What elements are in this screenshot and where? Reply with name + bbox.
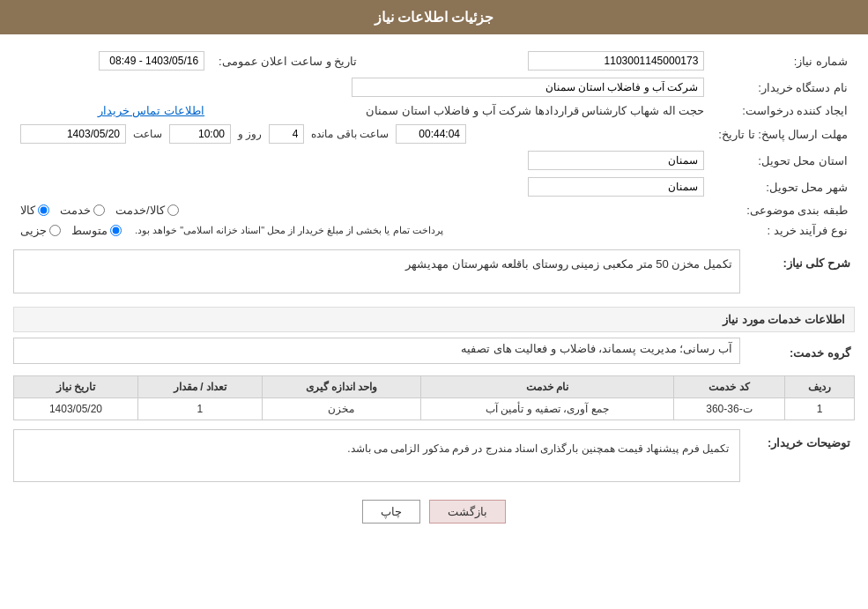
deadline-days-input[interactable] xyxy=(269,124,304,144)
category-kala-label[interactable]: کالا xyxy=(20,204,49,217)
need-description-box: تکمیل مخزن 50 متر مکعبی زمینی روستای باق… xyxy=(13,249,740,293)
need-description-label: شرح کلی نیاز: xyxy=(740,249,855,298)
buyer-notes-box: تکمیل فرم پیشنهاد قیمت همچنین بارگذاری ا… xyxy=(13,429,740,482)
main-content: شماره نیاز: تاریخ و ساعت اعلان عمومی: نا… xyxy=(0,34,868,554)
group-service-text: آب رسانی؛ مدیریت پسماند، فاضلاب و فعالیت… xyxy=(461,342,732,355)
announcement-datetime-value xyxy=(13,48,211,74)
services-title: اطلاعات خدمات مورد نیاز xyxy=(723,313,845,326)
services-table-head: ردیف کد خدمت نام خدمت واحد اندازه گیری ت… xyxy=(14,376,855,398)
services-section-header: اطلاعات خدمات مورد نیاز xyxy=(13,307,855,332)
row-province: استان محل تحویل: xyxy=(13,147,855,174)
col-service-name: نام خدمت xyxy=(421,376,673,398)
purchase-type-content: جزیی متوسط پرداخت تمام یا بخشی از مبلغ خ… xyxy=(13,220,711,241)
need-number-value xyxy=(399,48,711,74)
info-table: شماره نیاز: تاریخ و ساعت اعلان عمومی: نا… xyxy=(13,48,855,241)
group-service-label: گروه خدمت: xyxy=(740,338,855,368)
category-khedmat-label[interactable]: خدمت xyxy=(60,204,105,217)
category-kala-khedmat-label[interactable]: کالا/خدمت xyxy=(115,204,179,217)
need-description-table: شرح کلی نیاز: تکمیل مخزن 50 متر مکعبی زم… xyxy=(13,249,855,298)
requester-org-value xyxy=(13,74,711,100)
deadline-row-content: ساعت روز و ساعت باقی مانده xyxy=(13,121,711,147)
deadline-time-label: ساعت xyxy=(133,128,162,140)
need-number-input[interactable] xyxy=(528,51,704,71)
city-value xyxy=(13,174,711,200)
back-button[interactable]: بازگشت xyxy=(429,500,506,524)
table-row: 1 ت-36-360 جمع آوری، تصفیه و تأمین آب مخ… xyxy=(14,398,855,420)
services-header-row: ردیف کد خدمت نام خدمت واحد اندازه گیری ت… xyxy=(14,376,855,398)
need-description-row: شرح کلی نیاز: تکمیل مخزن 50 متر مکعبی زم… xyxy=(13,249,855,298)
need-description-section: شرح کلی نیاز: تکمیل مخزن 50 متر مکعبی زم… xyxy=(13,249,855,298)
category-kala-khedmat-text: کالا/خدمت xyxy=(115,204,165,217)
category-kala-text: کالا xyxy=(20,204,35,217)
page-header: جزئیات اطلاعات نیاز xyxy=(0,0,868,34)
services-data-table: ردیف کد خدمت نام خدمت واحد اندازه گیری ت… xyxy=(13,375,855,420)
services-table-body: 1 ت-36-360 جمع آوری، تصفیه و تأمین آب مخ… xyxy=(14,398,855,420)
cell-unit: مخزن xyxy=(262,398,420,420)
province-label: استان محل تحویل: xyxy=(711,147,855,174)
buyer-notes-text: تکمیل فرم پیشنهاد قیمت همچنین بارگذاری ا… xyxy=(21,437,732,461)
buyer-notes-row: توضیحات خریدار: تکمیل فرم پیشنهاد قیمت ه… xyxy=(13,429,855,486)
deadline-days-label: روز و xyxy=(238,128,262,140)
row-purchase-type: نوع فرآیند خرید : جزیی متوسط xyxy=(13,220,855,241)
print-button[interactable]: چاپ xyxy=(362,500,420,524)
announcement-datetime-input[interactable] xyxy=(99,51,204,71)
group-service-table: گروه خدمت: آب رسانی؛ مدیریت پسماند، فاضل… xyxy=(13,338,855,368)
purchase-type-jozvi-label[interactable]: جزیی xyxy=(20,224,61,237)
cell-row-num: 1 xyxy=(785,398,855,420)
deadline-remaining-input[interactable] xyxy=(396,124,466,144)
group-service-value: آب رسانی؛ مدیریت پسماند، فاضلاب و فعالیت… xyxy=(13,338,740,368)
buyer-notes-content: تکمیل فرم پیشنهاد قیمت همچنین بارگذاری ا… xyxy=(13,429,740,486)
row-category: طبقه بندی موضوعی: کالا خدمت کالا/خدمت xyxy=(13,200,855,220)
purchase-type-row: جزیی متوسط پرداخت تمام یا بخشی از مبلغ خ… xyxy=(20,224,704,237)
requester-org-input[interactable] xyxy=(352,78,704,97)
row-deadline: مهلت ارسال پاسخ: تا تاریخ: ساعت روز و سا… xyxy=(13,121,855,147)
page-container: جزئیات اطلاعات نیاز شماره نیاز: تاریخ و … xyxy=(0,0,868,609)
deadline-time-input[interactable] xyxy=(169,124,231,144)
contact-link-cell: اطلاعات تماس خریدار xyxy=(13,100,211,121)
purchase-type-mottavasset-radio[interactable] xyxy=(110,225,122,236)
row-need-number: شماره نیاز: تاریخ و ساعت اعلان عمومی: xyxy=(13,48,855,74)
row-creator: ایجاد کننده درخواست: حجت اله شهاب کارشنا… xyxy=(13,100,855,121)
requester-org-label: نام دستگاه خریدار: xyxy=(711,74,855,100)
purchase-type-note: پرداخت تمام یا بخشی از مبلغ خریدار از مح… xyxy=(135,225,443,236)
deadline-date-input[interactable] xyxy=(20,124,126,144)
buyer-notes-table: توضیحات خریدار: تکمیل فرم پیشنهاد قیمت ه… xyxy=(13,429,855,486)
city-input[interactable] xyxy=(528,177,704,197)
page-title: جزئیات اطلاعات نیاز xyxy=(375,10,494,25)
contact-link[interactable]: اطلاعات تماس خریدار xyxy=(98,104,204,117)
col-quantity: تعداد / مقدار xyxy=(137,376,262,398)
col-date: تاریخ نیاز xyxy=(14,376,138,398)
group-service-row: گروه خدمت: آب رسانی؛ مدیریت پسماند، فاضل… xyxy=(13,338,855,368)
creator-label: ایجاد کننده درخواست: xyxy=(711,100,855,121)
buttons-row: بازگشت چاپ xyxy=(13,500,855,541)
purchase-type-mottavasset-text: متوسط xyxy=(71,224,108,237)
category-kala-khedmat-radio[interactable] xyxy=(167,204,179,216)
province-value xyxy=(13,147,711,174)
cell-service-name: جمع آوری، تصفیه و تأمین آب xyxy=(421,398,673,420)
cell-quantity: 1 xyxy=(137,398,262,420)
row-city: شهر محل تحویل: xyxy=(13,174,855,200)
col-row-num: ردیف xyxy=(785,376,855,398)
col-unit: واحد اندازه گیری xyxy=(262,376,420,398)
col-service-code: کد خدمت xyxy=(673,376,785,398)
category-kala-radio[interactable] xyxy=(38,204,49,216)
creator-value: حجت اله شهاب کارشناس قراردادها شرکت آب و… xyxy=(211,100,711,121)
category-khedmat-radio[interactable] xyxy=(93,204,105,216)
purchase-type-mottavasset-label[interactable]: متوسط xyxy=(71,224,122,237)
city-label: شهر محل تحویل: xyxy=(711,174,855,200)
deadline-row-flex: ساعت روز و ساعت باقی مانده xyxy=(20,124,704,144)
cell-date: 1403/05/20 xyxy=(14,398,138,420)
cell-service-code: ت-36-360 xyxy=(673,398,785,420)
category-options: کالا خدمت کالا/خدمت xyxy=(13,200,711,220)
province-input[interactable] xyxy=(528,151,704,170)
need-description-text: تکمیل مخزن 50 متر مکعبی زمینی روستای باق… xyxy=(405,257,732,271)
deadline-label: مهلت ارسال پاسخ: تا تاریخ: xyxy=(711,121,855,147)
category-khedmat-text: خدمت xyxy=(60,204,91,217)
category-label: طبقه بندی موضوعی: xyxy=(711,200,855,220)
purchase-type-jozvi-radio[interactable] xyxy=(49,225,61,236)
buyer-notes-label: توضیحات خریدار: xyxy=(740,429,855,486)
group-service-box: آب رسانی؛ مدیریت پسماند، فاضلاب و فعالیت… xyxy=(13,338,740,364)
row-requester-org: نام دستگاه خریدار: xyxy=(13,74,855,100)
purchase-type-jozvi-text: جزیی xyxy=(20,224,47,237)
purchase-type-radio-group: جزیی متوسط xyxy=(20,224,122,237)
